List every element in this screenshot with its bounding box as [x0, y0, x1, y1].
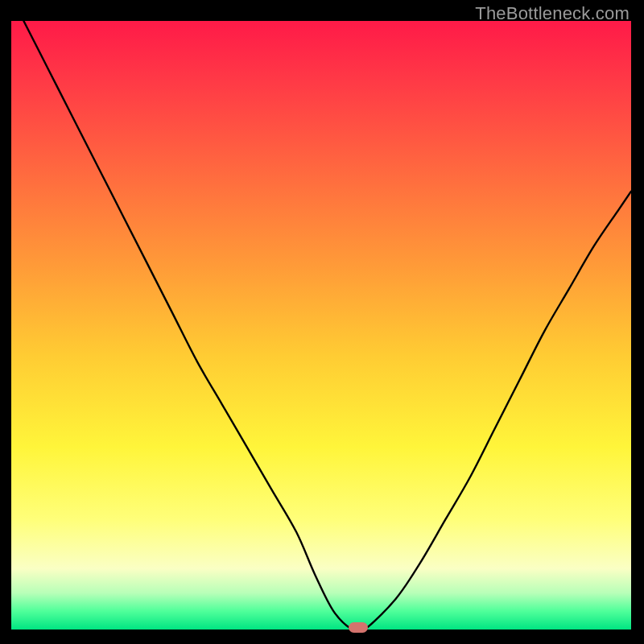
bottleneck-curve [11, 21, 631, 630]
watermark-label: TheBottleneck.com [475, 3, 630, 24]
chart-frame: TheBottleneck.com [0, 0, 644, 644]
plot-area [11, 21, 631, 630]
optimal-point-marker [349, 622, 368, 633]
